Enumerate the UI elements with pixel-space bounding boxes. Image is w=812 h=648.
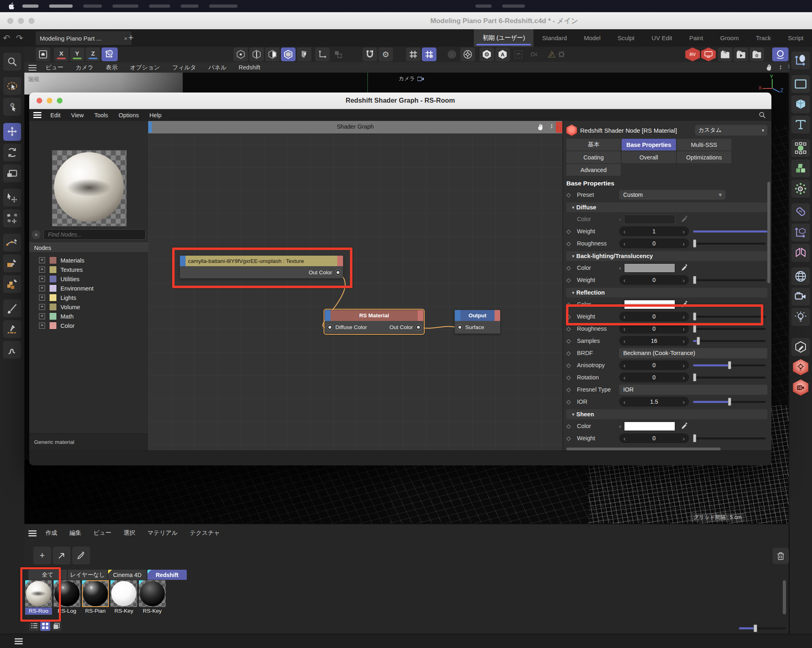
node-output-tab[interactable] [418, 310, 423, 321]
tab-close-icon[interactable]: × [124, 35, 127, 42]
viewport-menu-camera[interactable]: カメラ [76, 64, 94, 71]
surface-port[interactable] [457, 325, 462, 330]
material-name[interactable]: RS-Pian [82, 607, 109, 615]
viewport-menu-options[interactable]: オプション [130, 64, 160, 71]
plane-primitive-icon[interactable] [791, 75, 810, 93]
keyframe-diamond-icon[interactable]: ◇ [566, 325, 577, 332]
texture-mode-button[interactable] [297, 47, 311, 61]
material-menu-view[interactable]: ビュー [93, 529, 111, 537]
keyframe-diamond-icon[interactable]: ◇ [566, 228, 577, 235]
node-category-volume[interactable]: +Volume [29, 302, 148, 312]
window-search-icon[interactable] [759, 112, 766, 118]
search-commander-icon[interactable] [3, 53, 21, 71]
brush-tool-icon[interactable] [3, 299, 21, 317]
reflection-ior-slider[interactable] [693, 397, 767, 407]
snap-toggle-button[interactable] [363, 47, 377, 61]
render-view-button[interactable]: RV [685, 47, 700, 61]
apple-logo-icon[interactable] [9, 2, 15, 10]
filter-tab-nolayer[interactable]: レイヤーなし [68, 570, 107, 580]
polygons-mode-button[interactable] [265, 47, 280, 61]
backlighting-color-swatch[interactable] [624, 263, 675, 273]
filter-tab-all[interactable]: 全て [28, 570, 67, 580]
eyedropper-icon[interactable] [681, 422, 688, 430]
cube-primitive-icon[interactable] [791, 95, 810, 113]
material-menu-edit[interactable]: 編集 [69, 529, 81, 537]
dolly-icon[interactable]: ↕ [779, 63, 782, 71]
reflection-roughness-stepper[interactable]: ‹0› [619, 324, 689, 334]
points-mode-button[interactable] [233, 47, 248, 61]
expand-icon[interactable]: + [39, 323, 45, 329]
expand-icon[interactable]: + [39, 267, 45, 273]
clear-search-icon[interactable]: × [32, 230, 41, 239]
object-move-icon[interactable] [3, 209, 21, 227]
group-reflection[interactable]: ▾Reflection [566, 288, 767, 297]
viewport-menu-filter[interactable]: フィルタ [172, 64, 196, 71]
layout-tab-track[interactable]: Track [747, 29, 780, 47]
keyframe-diamond-icon[interactable]: ◇ [566, 350, 577, 356]
viewport-hamburger-icon[interactable] [28, 65, 37, 66]
thumbnail-size-slider[interactable] [739, 624, 786, 632]
menu-tools[interactable]: Tools [94, 112, 108, 118]
redshift-light-icon[interactable] [791, 358, 810, 376]
eyedropper-icon[interactable] [681, 264, 688, 271]
material-menu-create[interactable]: 作成 [45, 529, 57, 537]
viewport-menu-panel[interactable]: パネル [208, 64, 227, 71]
material-name[interactable]: RS-Key [139, 607, 166, 615]
rectangle-spline-icon[interactable] [3, 254, 21, 272]
keyframe-diamond-icon[interactable]: ◇ [566, 265, 577, 271]
pick-material-button[interactable] [72, 547, 90, 564]
tab-basic[interactable]: 基本 [566, 139, 621, 151]
tab-overall[interactable]: Overall [622, 151, 676, 163]
axis-cube-icon[interactable] [791, 224, 810, 241]
keyframe-diamond-icon[interactable]: ◇ [566, 301, 577, 308]
pen-axis-icon[interactable] [791, 52, 810, 69]
node-input-tab[interactable] [180, 256, 186, 266]
shader-graph-canvas[interactable]: camylla-battani-l8Y9fVgxrEE-unsplash : T… [148, 121, 562, 450]
material-name[interactable]: RS-Roo [25, 607, 52, 615]
material-thumbnail-rs-keyblack[interactable] [139, 580, 166, 607]
rotate-tool-icon[interactable] [3, 144, 21, 161]
undo-icon[interactable]: ↶ [0, 33, 13, 43]
isolate-object-icon[interactable] [479, 47, 494, 61]
text-object-icon[interactable] [791, 116, 810, 133]
diffuse-roughness-stepper[interactable]: ‹0› [619, 239, 689, 248]
redshift-camera-icon[interactable] [791, 379, 810, 396]
window-minimize-button[interactable] [18, 18, 24, 24]
node-category-color[interactable]: +Color [29, 321, 148, 330]
generator-gear-icon[interactable]: ⚙ [791, 180, 810, 198]
layout-tab-startup[interactable]: 初期 (ユーザー) [474, 29, 533, 47]
keyframe-diamond-icon[interactable]: ◇ [566, 192, 577, 198]
coordinate-system-button[interactable] [102, 47, 118, 61]
load-material-button[interactable] [53, 547, 71, 564]
group-sheen[interactable]: ▾Sheen [566, 409, 767, 419]
texture-node[interactable]: camylla-battani-l8Y9fVgxrEE-unsplash : T… [180, 256, 343, 278]
fresnel-type-dropdown[interactable]: IOR [619, 385, 767, 395]
diffuse-weight-slider[interactable] [693, 226, 767, 236]
material-thumbnail-rs-piano[interactable] [82, 580, 109, 607]
spline-pen-icon[interactable] [3, 234, 21, 252]
reflection-samples-slider[interactable] [693, 336, 767, 346]
node-category-environment[interactable]: +Environment [29, 284, 148, 293]
reflection-weight-slider[interactable] [693, 312, 767, 321]
expand-icon[interactable]: + [39, 295, 45, 301]
out-color-port[interactable] [416, 325, 421, 330]
material-thumbnail-rs-room[interactable] [25, 580, 52, 607]
viewport-menu-view[interactable]: ビュー [45, 64, 63, 71]
interactive-render-region-button[interactable] [772, 47, 788, 61]
node-category-utilities[interactable]: +Utilities [29, 274, 148, 284]
expand-icon[interactable]: + [39, 276, 45, 282]
material-thumbnail-rs-keywhite[interactable] [110, 580, 137, 607]
reflection-color-swatch[interactable] [624, 300, 675, 309]
sketch-spline-icon[interactable] [3, 320, 21, 338]
sheen-color-swatch[interactable] [624, 422, 675, 431]
diffuse-color-port[interactable] [327, 325, 333, 330]
keyframe-diamond-icon[interactable]: ◇ [566, 338, 577, 344]
tab-multi-sss[interactable]: Multi-SSS [677, 139, 731, 151]
horizontal-scrollbar[interactable] [566, 448, 721, 450]
field-object-icon[interactable] [791, 139, 810, 157]
node-input-tab[interactable] [455, 310, 460, 321]
tweak-tool-icon[interactable]: ⚙ [3, 98, 21, 116]
model-mode-button[interactable] [281, 47, 296, 61]
out-color-port[interactable] [335, 270, 341, 275]
sky-object-icon[interactable] [791, 267, 810, 285]
